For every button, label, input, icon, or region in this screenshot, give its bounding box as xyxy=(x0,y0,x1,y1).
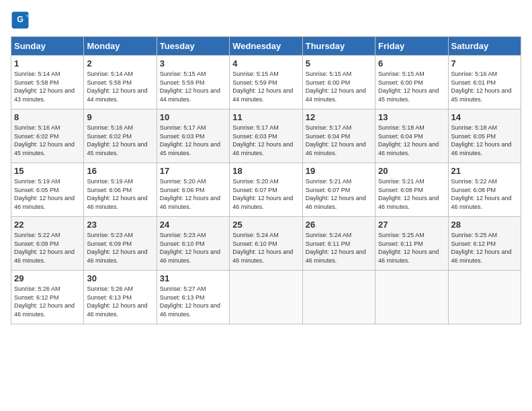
day-number: 19 xyxy=(306,166,372,176)
col-header-wednesday: Wednesday xyxy=(230,37,302,56)
day-number: 27 xyxy=(378,220,445,230)
calendar-cell: 18Sunrise: 5:20 AMSunset: 6:07 PMDayligh… xyxy=(230,163,302,217)
calendar-cell: 3Sunrise: 5:15 AMSunset: 5:59 PMDaylight… xyxy=(157,56,229,109)
col-header-sunday: Sunday xyxy=(11,37,84,56)
col-header-monday: Monday xyxy=(84,37,157,56)
calendar-cell: 31Sunrise: 5:27 AMSunset: 6:13 PMDayligh… xyxy=(157,271,229,324)
day-number: 25 xyxy=(232,220,299,230)
calendar-cell: 11Sunrise: 5:17 AMSunset: 6:03 PMDayligh… xyxy=(230,109,302,163)
day-number: 18 xyxy=(232,166,299,176)
day-info: Sunrise: 5:25 AMSunset: 6:11 PMDaylight:… xyxy=(378,231,445,265)
col-header-thursday: Thursday xyxy=(302,37,375,56)
col-header-tuesday: Tuesday xyxy=(157,37,229,56)
day-info: Sunrise: 5:14 AMSunset: 5:58 PMDaylight:… xyxy=(14,70,81,103)
day-number: 4 xyxy=(232,58,299,68)
day-number: 8 xyxy=(14,112,81,122)
day-info: Sunrise: 5:15 AMSunset: 5:59 PMDaylight:… xyxy=(232,70,299,103)
day-number: 2 xyxy=(87,58,153,68)
calendar-cell: 16Sunrise: 5:19 AMSunset: 6:06 PMDayligh… xyxy=(84,163,157,217)
calendar-cell: 19Sunrise: 5:21 AMSunset: 6:07 PMDayligh… xyxy=(302,163,375,217)
calendar-cell: 9Sunrise: 5:16 AMSunset: 6:02 PMDaylight… xyxy=(84,109,157,163)
day-info: Sunrise: 5:24 AMSunset: 6:11 PMDaylight:… xyxy=(306,231,372,265)
calendar-cell: 17Sunrise: 5:20 AMSunset: 6:06 PMDayligh… xyxy=(157,163,229,217)
day-info: Sunrise: 5:18 AMSunset: 6:05 PMDaylight:… xyxy=(451,124,518,157)
day-info: Sunrise: 5:14 AMSunset: 5:58 PMDaylight:… xyxy=(87,70,153,103)
calendar-cell xyxy=(375,271,448,324)
day-info: Sunrise: 5:21 AMSunset: 6:08 PMDaylight:… xyxy=(378,177,445,211)
calendar-cell: 15Sunrise: 5:19 AMSunset: 6:05 PMDayligh… xyxy=(11,163,84,217)
day-number: 9 xyxy=(87,112,153,122)
calendar-week-row: 29Sunrise: 5:26 AMSunset: 6:12 PMDayligh… xyxy=(11,271,521,324)
col-header-saturday: Saturday xyxy=(448,37,521,56)
col-header-friday: Friday xyxy=(375,37,448,56)
day-info: Sunrise: 5:20 AMSunset: 6:06 PMDaylight:… xyxy=(160,177,226,211)
day-number: 13 xyxy=(378,112,445,122)
calendar-cell: 13Sunrise: 5:18 AMSunset: 6:04 PMDayligh… xyxy=(375,109,448,163)
day-info: Sunrise: 5:17 AMSunset: 6:03 PMDaylight:… xyxy=(232,124,299,157)
day-number: 11 xyxy=(232,112,299,122)
calendar-cell: 5Sunrise: 5:15 AMSunset: 6:00 PMDaylight… xyxy=(302,56,375,109)
header: G xyxy=(11,11,521,30)
day-number: 14 xyxy=(451,112,518,122)
day-number: 22 xyxy=(14,220,81,230)
calendar-cell: 4Sunrise: 5:15 AMSunset: 5:59 PMDaylight… xyxy=(230,56,302,109)
day-number: 10 xyxy=(160,112,226,122)
day-number: 28 xyxy=(451,220,518,230)
calendar-cell: 30Sunrise: 5:26 AMSunset: 6:13 PMDayligh… xyxy=(84,271,157,324)
calendar-header-row: SundayMondayTuesdayWednesdayThursdayFrid… xyxy=(11,37,521,56)
day-number: 6 xyxy=(378,58,445,68)
day-number: 21 xyxy=(451,166,518,176)
day-info: Sunrise: 5:20 AMSunset: 6:07 PMDaylight:… xyxy=(232,177,299,211)
day-info: Sunrise: 5:27 AMSunset: 6:13 PMDaylight:… xyxy=(160,285,226,318)
day-info: Sunrise: 5:19 AMSunset: 6:06 PMDaylight:… xyxy=(87,177,153,211)
day-number: 17 xyxy=(160,166,226,176)
day-number: 12 xyxy=(306,112,372,122)
calendar-cell: 10Sunrise: 5:17 AMSunset: 6:03 PMDayligh… xyxy=(157,109,229,163)
calendar-cell: 2Sunrise: 5:14 AMSunset: 5:58 PMDaylight… xyxy=(84,56,157,109)
calendar-cell: 12Sunrise: 5:17 AMSunset: 6:04 PMDayligh… xyxy=(302,109,375,163)
day-info: Sunrise: 5:21 AMSunset: 6:07 PMDaylight:… xyxy=(306,177,372,211)
calendar-cell xyxy=(448,271,521,324)
calendar-cell: 23Sunrise: 5:23 AMSunset: 6:09 PMDayligh… xyxy=(84,217,157,271)
day-number: 29 xyxy=(14,273,81,283)
calendar-cell: 28Sunrise: 5:25 AMSunset: 6:12 PMDayligh… xyxy=(448,217,521,271)
calendar-cell: 20Sunrise: 5:21 AMSunset: 6:08 PMDayligh… xyxy=(375,163,448,217)
day-info: Sunrise: 5:18 AMSunset: 6:04 PMDaylight:… xyxy=(378,124,445,157)
day-number: 20 xyxy=(378,166,445,176)
calendar-cell: 14Sunrise: 5:18 AMSunset: 6:05 PMDayligh… xyxy=(448,109,521,163)
calendar-cell: 7Sunrise: 5:16 AMSunset: 6:01 PMDaylight… xyxy=(448,56,521,109)
calendar-week-row: 8Sunrise: 5:16 AMSunset: 6:02 PMDaylight… xyxy=(11,109,521,163)
day-info: Sunrise: 5:16 AMSunset: 6:01 PMDaylight:… xyxy=(451,70,518,103)
day-number: 3 xyxy=(160,58,226,68)
calendar-cell: 24Sunrise: 5:23 AMSunset: 6:10 PMDayligh… xyxy=(157,217,229,271)
day-info: Sunrise: 5:25 AMSunset: 6:12 PMDaylight:… xyxy=(451,231,518,265)
calendar-cell xyxy=(302,271,375,324)
day-info: Sunrise: 5:26 AMSunset: 6:12 PMDaylight:… xyxy=(14,285,81,318)
day-info: Sunrise: 5:24 AMSunset: 6:10 PMDaylight:… xyxy=(232,231,299,265)
day-number: 30 xyxy=(87,273,153,283)
calendar-cell: 29Sunrise: 5:26 AMSunset: 6:12 PMDayligh… xyxy=(11,271,84,324)
logo: G xyxy=(11,11,32,30)
calendar-cell: 27Sunrise: 5:25 AMSunset: 6:11 PMDayligh… xyxy=(375,217,448,271)
day-number: 7 xyxy=(451,58,518,68)
calendar-cell: 6Sunrise: 5:15 AMSunset: 6:00 PMDaylight… xyxy=(375,56,448,109)
calendar-cell: 25Sunrise: 5:24 AMSunset: 6:10 PMDayligh… xyxy=(230,217,302,271)
day-number: 15 xyxy=(14,166,81,176)
day-info: Sunrise: 5:15 AMSunset: 5:59 PMDaylight:… xyxy=(160,70,226,103)
day-info: Sunrise: 5:17 AMSunset: 6:03 PMDaylight:… xyxy=(160,124,226,157)
day-number: 5 xyxy=(306,58,372,68)
calendar-week-row: 22Sunrise: 5:22 AMSunset: 6:09 PMDayligh… xyxy=(11,217,521,271)
calendar-cell: 8Sunrise: 5:16 AMSunset: 6:02 PMDaylight… xyxy=(11,109,84,163)
calendar-cell xyxy=(230,271,302,324)
day-info: Sunrise: 5:17 AMSunset: 6:04 PMDaylight:… xyxy=(306,124,372,157)
day-info: Sunrise: 5:16 AMSunset: 6:02 PMDaylight:… xyxy=(87,124,153,157)
calendar-cell: 21Sunrise: 5:22 AMSunset: 6:08 PMDayligh… xyxy=(448,163,521,217)
calendar-week-row: 15Sunrise: 5:19 AMSunset: 6:05 PMDayligh… xyxy=(11,163,521,217)
calendar-table: SundayMondayTuesdayWednesdayThursdayFrid… xyxy=(11,36,521,324)
calendar-week-row: 1Sunrise: 5:14 AMSunset: 5:58 PMDaylight… xyxy=(11,56,521,109)
logo-icon: G xyxy=(11,11,30,30)
day-number: 26 xyxy=(306,220,372,230)
day-number: 1 xyxy=(14,58,81,68)
day-info: Sunrise: 5:22 AMSunset: 6:09 PMDaylight:… xyxy=(14,231,81,265)
day-info: Sunrise: 5:26 AMSunset: 6:13 PMDaylight:… xyxy=(87,285,153,318)
